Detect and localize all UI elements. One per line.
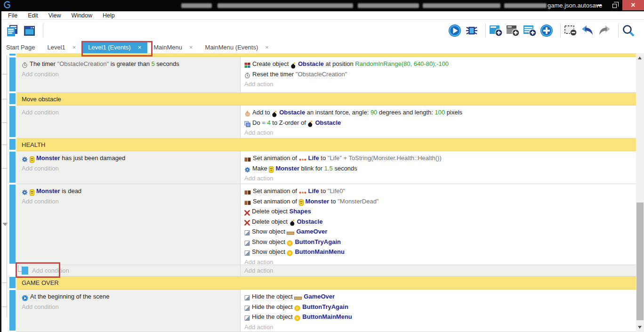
text-segment: has just been damaged [60,154,126,162]
event-group-row: GAME OVER [0,276,636,290]
tab-close-icon[interactable]: × [265,44,269,51]
tab-level1-events[interactable]: Level1 (Events)× [82,41,147,53]
sub-event-selection-bar[interactable] [22,267,28,275]
add-action-button[interactable]: Add action [244,324,636,332]
action-line[interactable]: Do = 4 to Z-order of Obstacle [244,119,636,130]
action-line[interactable]: Make Monster blink for 1.5 seconds [244,165,636,175]
event-selection-bar[interactable] [9,93,16,104]
action-line[interactable]: Show object GameOver [244,228,636,238]
event-group-row: Move obstacle [0,93,636,105]
minimize-button[interactable] [591,0,607,10]
toolbar-play-button[interactable] [448,23,463,38]
event-selection-bar[interactable] [9,106,16,137]
action-line[interactable]: Show object ButtonTryAgain [244,238,636,249]
text-segment: Do [252,119,262,126]
event-selection-bar[interactable] [9,277,16,288]
tab-close-icon[interactable]: × [138,44,142,51]
toolbar-add-new-button[interactable] [540,23,555,38]
delete-icon [244,209,250,216]
life-icon [299,155,306,162]
tab-level1[interactable]: Level1× [41,41,82,53]
menu-file[interactable]: File [3,12,23,19]
text-segment: to [329,198,338,205]
visibility-icon [244,294,250,301]
group-header[interactable]: Move obstacle [16,93,636,105]
add-condition-button[interactable]: Add condition [32,267,240,276]
add-action-button[interactable]: Add action [244,81,636,91]
add-action-button[interactable]: Add action [244,267,636,276]
collapse-triangle-icon[interactable] [2,223,8,226]
event-selection-bar[interactable] [9,185,16,264]
add-condition-button[interactable]: Add condition [22,303,240,314]
action-line[interactable]: Set animation of Life to "Life" + ToStri… [244,154,636,165]
toolbar-add-subevent-button[interactable] [506,23,521,38]
close-icon: × [631,1,635,9]
group-header[interactable] [16,53,636,57]
action-line[interactable]: Delete object Shapes [244,208,636,218]
add-condition-button[interactable]: Add condition [22,109,240,119]
group-header[interactable]: HEALTH [16,138,636,151]
tab-close-icon[interactable]: × [189,44,193,51]
event-selection-bar[interactable] [9,57,16,91]
tab-start-page[interactable]: Start Page [0,41,41,53]
action-line[interactable]: Show object ButtonMainMenu [244,248,636,259]
condition-line[interactable]: Monster is dead [22,187,240,198]
menu-edit[interactable]: Edit [23,12,43,19]
action-line[interactable]: Hide the object ButtonTryAgain [244,303,636,314]
toolbar-redo-button[interactable] [598,23,613,38]
event-selection-bar[interactable] [9,152,16,183]
event-selection-bar[interactable] [9,139,16,150]
add-action-button[interactable]: Add action [244,259,636,266]
event-selection-bar[interactable] [9,54,16,56]
tab-mainmenu-events[interactable]: MainMenu (Events)× [199,41,275,53]
vertical-scrollbar[interactable] [636,53,644,332]
toolbar [0,20,644,41]
group-header[interactable]: GAME OVER [16,276,636,290]
object-name: GameOver [304,293,335,300]
action-line[interactable]: Delete object Obstacle [244,218,636,228]
action-line[interactable]: Create object Obstacle at position Rando… [244,60,636,71]
action-line[interactable]: Add to Obstacle an instant force, angle:… [244,109,636,119]
condition-line[interactable]: At the beginning of the scene [22,293,240,303]
menu-window[interactable]: Window [66,12,97,19]
add-action-button[interactable]: Add action [244,175,636,184]
tab-mainmenu[interactable]: MainMenu× [147,41,199,53]
toolbar-debug-button[interactable] [465,23,480,38]
scroll-up-arrow-icon[interactable] [638,57,642,59]
text-segment: Delete object [252,208,290,215]
text-segment: 90 [370,109,377,116]
condition-line[interactable]: The timer "ObstacleCreation" is greater … [22,60,240,71]
add-condition-button[interactable]: Add condition [22,71,240,81]
action-line[interactable]: Set animation of Life to "Life0" [244,187,636,198]
toolbar-add-event-button[interactable] [489,23,504,38]
toolbar-separator [43,24,43,38]
text-segment: pixels [445,109,462,116]
toolbar-search-button[interactable] [622,23,637,38]
action-line[interactable]: Reset the timer "ObstacleCreation" [244,71,636,81]
toolbar-remove-event-button[interactable] [564,23,579,38]
add-action-button[interactable]: Add action [244,129,636,138]
add-condition-button[interactable]: Add condition [22,198,240,208]
text-segment: At the beginning of the scene [30,293,109,300]
condition-line[interactable]: Monster has just been damaged [22,154,240,165]
menu-view[interactable]: View [43,12,66,19]
toolbar-undo-button[interactable] [581,23,596,38]
action-line[interactable]: Set animation of Monster to "MonsterDead… [244,198,636,208]
close-button[interactable]: × [622,0,644,10]
text-segment: Add to [252,109,272,116]
visibility-icon [244,314,250,321]
action-line[interactable]: Hide the object GameOver [244,293,636,303]
toolbar-scene-editor-button[interactable] [23,23,38,38]
tab-label: Start Page [6,44,35,51]
action-line[interactable]: Hide the object ButtonMainMenu [244,313,636,324]
tab-close-icon[interactable]: × [72,44,76,51]
add-condition-button[interactable]: Add condition [22,165,240,175]
menu-help[interactable]: Help [97,12,120,19]
set-animation-icon [244,155,251,162]
scrollbar-thumb[interactable] [636,202,644,320]
event-selection-bar[interactable] [9,290,16,331]
scroll-down-arrow-icon[interactable] [638,326,642,329]
restore-button[interactable] [607,0,622,10]
toolbar-add-comment-button[interactable] [523,23,538,38]
toolbar-project-manager-button[interactable] [6,23,21,38]
